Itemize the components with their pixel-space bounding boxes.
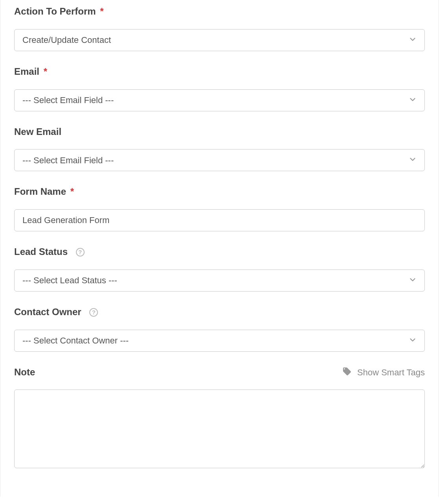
lead-status-label: Lead Status ? <box>14 246 425 258</box>
show-smart-tags-link[interactable]: Show Smart Tags <box>342 367 425 378</box>
contact-owner-label-text: Contact Owner <box>14 306 81 317</box>
action-label: Action To Perform * <box>14 6 425 17</box>
tag-icon <box>342 367 352 378</box>
action-field-group: Action To Perform * Create/Update Contac… <box>14 6 425 51</box>
note-label: Note <box>14 367 35 378</box>
note-header: Note Show Smart Tags <box>14 367 425 378</box>
required-asterisk: * <box>70 186 74 197</box>
new-email-select-wrapper: --- Select Email Field --- <box>14 149 425 171</box>
email-label: Email * <box>14 66 425 78</box>
lead-status-label-text: Lead Status <box>14 246 68 257</box>
new-email-label: New Email <box>14 126 425 138</box>
lead-status-select[interactable]: --- Select Lead Status --- <box>14 270 425 292</box>
new-email-label-text: New Email <box>14 126 61 137</box>
new-email-field-group: New Email --- Select Email Field --- <box>14 126 425 172</box>
form-container: Action To Perform * Create/Update Contac… <box>0 0 439 497</box>
new-email-select[interactable]: --- Select Email Field --- <box>14 149 425 171</box>
lead-status-field-group: Lead Status ? --- Select Lead Status --- <box>14 246 425 292</box>
smart-tags-label: Show Smart Tags <box>357 367 425 378</box>
form-name-field-group: Form Name * <box>14 186 425 231</box>
help-icon[interactable]: ? <box>89 308 98 317</box>
email-select-wrapper: --- Select Email Field --- <box>14 89 425 111</box>
contact-owner-select-wrapper: --- Select Contact Owner --- <box>14 330 425 352</box>
form-name-label-text: Form Name <box>14 186 66 197</box>
email-select[interactable]: --- Select Email Field --- <box>14 89 425 111</box>
required-asterisk: * <box>100 6 103 17</box>
note-field-group: Note Show Smart Tags <box>14 367 425 470</box>
contact-owner-label: Contact Owner ? <box>14 306 425 318</box>
email-field-group: Email * --- Select Email Field --- <box>14 66 425 111</box>
contact-owner-field-group: Contact Owner ? --- Select Contact Owner… <box>14 306 425 352</box>
email-label-text: Email <box>14 66 39 77</box>
action-select[interactable]: Create/Update Contact <box>14 29 425 51</box>
required-asterisk: * <box>44 66 47 77</box>
form-name-input[interactable] <box>14 209 425 231</box>
action-select-wrapper: Create/Update Contact <box>14 29 425 51</box>
note-label-text: Note <box>14 367 35 377</box>
contact-owner-select[interactable]: --- Select Contact Owner --- <box>14 330 425 352</box>
form-name-label: Form Name * <box>14 186 425 198</box>
lead-status-select-wrapper: --- Select Lead Status --- <box>14 270 425 292</box>
action-label-text: Action To Perform <box>14 6 96 17</box>
note-textarea[interactable] <box>14 390 425 468</box>
help-icon[interactable]: ? <box>76 248 85 257</box>
